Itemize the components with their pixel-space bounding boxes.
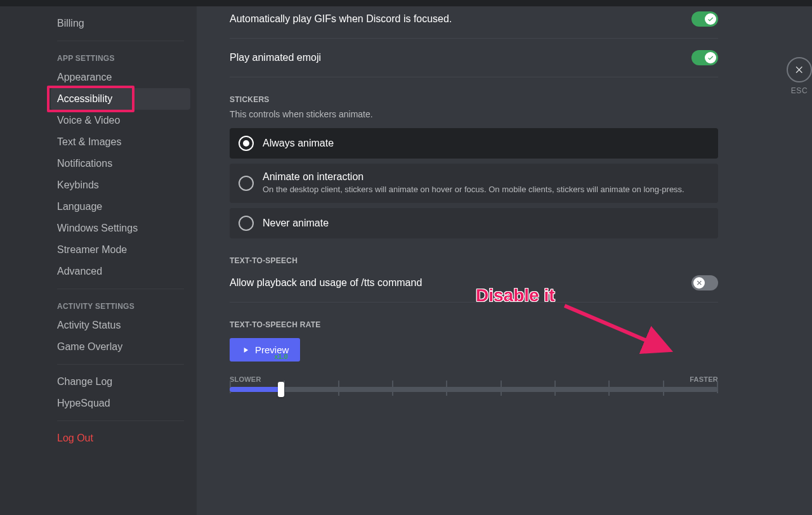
sidebar-item-change-log[interactable]: Change Log (51, 371, 190, 393)
slider-thumb[interactable] (278, 382, 284, 397)
radio-label: Never animate (263, 218, 329, 229)
radio-label: Always animate (263, 138, 334, 149)
radio-animate-on-interaction[interactable]: Animate on interaction On the desktop cl… (230, 164, 718, 203)
sidebar-item-keybinds[interactable]: Keybinds (51, 174, 190, 196)
separator (57, 41, 184, 41)
section-header-tts: TEXT-TO-SPEECH (230, 256, 718, 265)
play-icon (241, 346, 250, 355)
sidebar-item-hypesquad[interactable]: HypeSquad (51, 393, 190, 414)
sidebar-item-advanced[interactable]: Advanced (51, 261, 190, 282)
separator (57, 420, 184, 421)
radio-description: On the desktop client, stickers will ani… (263, 184, 684, 195)
toggle-tts-command[interactable] (691, 275, 718, 290)
sidebar-header-activity-settings: ACTIVITY SETTINGS (51, 296, 190, 315)
radio-icon (239, 176, 254, 191)
sidebar-item-notifications[interactable]: Notifications (51, 153, 190, 174)
close-icon (794, 65, 804, 75)
toggle-knob (693, 277, 705, 289)
sidebar-item-billing[interactable]: Billing (51, 13, 190, 34)
sidebar-item-windows-settings[interactable]: Windows Settings (51, 218, 190, 239)
radio-label: Animate on interaction (263, 171, 684, 183)
toggle-knob (705, 52, 716, 63)
toggle-auto-play-gifs[interactable] (691, 11, 718, 27)
setting-row-animated-emoji: Play animated emoji (230, 39, 718, 77)
section-header-stickers: STICKERS (230, 95, 718, 104)
divider (230, 302, 718, 303)
setting-label: Play animated emoji (230, 52, 321, 63)
sidebar-item-text-images[interactable]: Text & Images (51, 131, 190, 153)
toggle-animated-emoji[interactable] (691, 50, 718, 65)
separator (57, 364, 184, 365)
sidebar-item-activity-status[interactable]: Activity Status (51, 315, 190, 336)
sidebar-item-language[interactable]: Language (51, 196, 190, 218)
x-icon (695, 279, 703, 287)
sidebar-item-accessibility[interactable]: Accessibility (51, 88, 190, 110)
preview-button[interactable]: Preview (230, 338, 300, 362)
radio-icon (239, 136, 254, 151)
toggle-knob (705, 13, 716, 25)
section-description: This controls when stickers animate. (230, 109, 718, 119)
check-icon (707, 15, 714, 23)
close-button[interactable] (787, 57, 812, 82)
esc-label: ESC (780, 86, 812, 95)
divider (230, 77, 718, 77)
radio-icon (239, 216, 254, 231)
sidebar-item-game-overlay[interactable]: Game Overlay (51, 336, 190, 358)
sidebar-header-app-settings: APP SETTINGS (51, 48, 190, 67)
check-icon (707, 54, 714, 62)
setting-row-tts-command: Allow playback and usage of /tts command (230, 270, 718, 302)
tts-rate-slider[interactable]: x1.0 SLOWER FASTER (230, 375, 718, 392)
sidebar-item-label: Accessibility (57, 93, 112, 104)
radio-always-animate[interactable]: Always animate (230, 128, 718, 159)
radio-never-animate[interactable]: Never animate (230, 208, 718, 238)
separator (57, 289, 184, 289)
setting-label: Automatically play GIFs when Discord is … (230, 13, 452, 25)
setting-row-auto-play-gifs: Automatically play GIFs when Discord is … (230, 6, 718, 38)
slider-track[interactable] (230, 387, 718, 392)
section-header-tts-rate: TEXT-TO-SPEECH RATE (230, 320, 718, 329)
sidebar-item-logout[interactable]: Log Out (51, 427, 190, 449)
window-titlebar (0, 0, 812, 6)
sidebar-item-voice-video[interactable]: Voice & Video (51, 110, 190, 131)
sidebar-item-streamer-mode[interactable]: Streamer Mode (51, 239, 190, 261)
settings-sidebar: Billing APP SETTINGS Appearance Accessib… (0, 6, 197, 515)
setting-label: Allow playback and usage of /tts command (230, 277, 422, 289)
sidebar-item-appearance[interactable]: Appearance (51, 67, 190, 88)
close-esc-group: ESC (780, 57, 812, 95)
settings-content: Automatically play GIFs when Discord is … (197, 6, 812, 515)
slider-value-label: x1.0 (274, 353, 287, 360)
slider-ticks (230, 381, 718, 396)
slider-fill (230, 387, 281, 392)
